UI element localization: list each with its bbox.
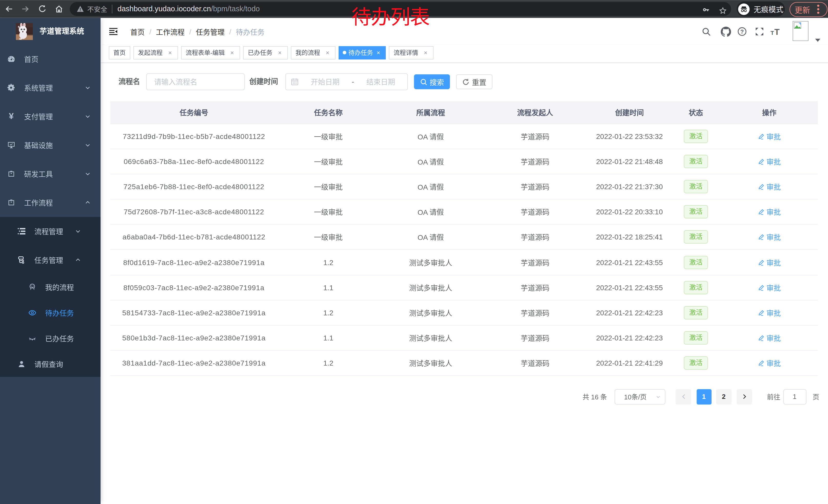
svg-text:T: T — [774, 27, 780, 36]
svg-text:T: T — [771, 30, 774, 36]
svg-text:?: ? — [740, 29, 744, 35]
